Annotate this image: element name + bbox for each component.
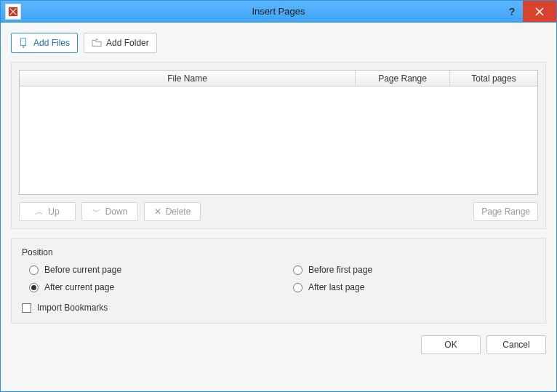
col-filename[interactable]: File Name	[20, 71, 356, 86]
close-button[interactable]	[523, 1, 556, 22]
col-total-pages[interactable]: Total pages	[450, 71, 537, 86]
table-body[interactable]	[20, 87, 537, 194]
chevron-down-icon: ﹀	[92, 206, 101, 218]
move-down-button[interactable]: ﹀ Down	[81, 202, 138, 221]
app-icon	[5, 4, 21, 20]
file-list-panel: File Name Page Range Total pages ︿ Up ﹀ …	[11, 62, 546, 229]
titlebar: Insert Pages ?	[1, 1, 556, 23]
import-bookmarks-row: Import Bookmarks	[22, 303, 535, 313]
ok-label: OK	[444, 340, 457, 350]
col-page-range[interactable]: Page Range	[356, 71, 450, 86]
table-header: File Name Page Range Total pages	[20, 71, 537, 87]
svg-rect-1	[21, 39, 26, 46]
window-controls: ?	[501, 1, 556, 22]
add-folder-label: Add Folder	[106, 38, 149, 48]
add-files-label: Add Files	[33, 38, 70, 48]
dialog-footer: OK Cancel	[11, 332, 546, 354]
page-range-label: Page Range	[481, 207, 530, 217]
add-files-button[interactable]: Add Files	[11, 33, 78, 53]
radio-icon	[29, 283, 39, 292]
top-toolbar: Add Files Add Folder	[11, 33, 546, 53]
down-label: Down	[105, 207, 128, 217]
chevron-up-icon: ︿	[35, 206, 44, 218]
delete-icon: ✕	[154, 207, 161, 217]
radio-label: Before first page	[308, 265, 372, 275]
radio-after-current[interactable]: After current page	[29, 282, 271, 292]
cancel-label: Cancel	[502, 340, 529, 350]
window-title: Insert Pages	[1, 6, 556, 17]
delete-label: Delete	[166, 207, 191, 217]
help-button[interactable]: ?	[501, 1, 523, 22]
file-table: File Name Page Range Total pages	[19, 70, 538, 195]
checkbox-icon	[22, 303, 31, 313]
close-icon	[535, 7, 544, 16]
radio-label: After last page	[308, 282, 364, 292]
radio-icon	[293, 265, 302, 275]
up-label: Up	[48, 207, 59, 217]
delete-button[interactable]: ✕ Delete	[144, 202, 201, 221]
add-folder-button[interactable]: Add Folder	[84, 33, 157, 53]
radio-icon	[293, 283, 302, 292]
page-range-button[interactable]: Page Range	[473, 202, 538, 221]
radio-label: Before current page	[44, 265, 121, 275]
ok-button[interactable]: OK	[421, 335, 481, 354]
file-actions: ︿ Up ﹀ Down ✕ Delete Page Range	[19, 202, 538, 221]
spacer	[207, 202, 468, 221]
cancel-button[interactable]: Cancel	[486, 335, 546, 354]
radio-label: After current page	[44, 282, 114, 292]
move-up-button[interactable]: ︿ Up	[19, 202, 76, 221]
file-plus-icon	[19, 38, 29, 48]
import-bookmarks-label: Import Bookmarks	[37, 303, 108, 313]
dialog-body: Add Files Add Folder File Name Page Rang…	[1, 23, 556, 391]
radio-before-current[interactable]: Before current page	[29, 265, 271, 275]
dialog-window: Insert Pages ? Add Files Add Folder File…	[0, 0, 557, 392]
radio-after-last[interactable]: After last page	[293, 282, 535, 292]
radio-icon	[29, 265, 39, 275]
folder-plus-icon	[92, 38, 102, 48]
radio-before-first[interactable]: Before first page	[293, 265, 535, 275]
position-options: Before current page Before first page Af…	[29, 265, 535, 292]
position-panel: Position Before current page Before firs…	[11, 238, 546, 324]
import-bookmarks-checkbox[interactable]: Import Bookmarks	[22, 303, 535, 313]
position-legend: Position	[22, 247, 535, 257]
